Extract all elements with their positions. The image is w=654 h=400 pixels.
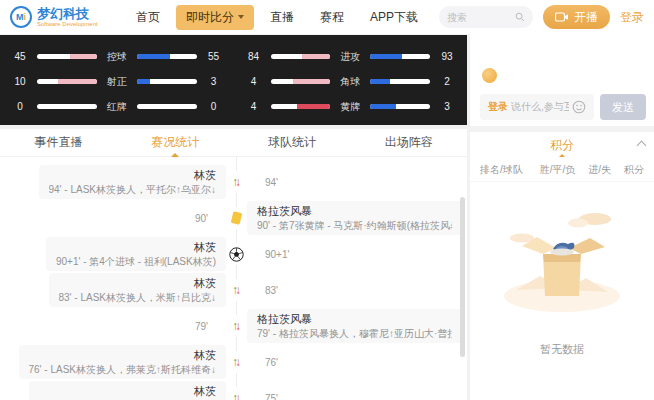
event-text: 90' - 第7张黄牌 - 马克斯·约翰斯顿(格拉茨风暴): [257, 219, 452, 233]
nav-item-label: 直播: [270, 9, 294, 26]
event-time: 90': [195, 213, 208, 224]
logo-subtext: Software Development: [37, 21, 98, 27]
event-left-cell: 林茨 83' - LASK林茨换人，米斯↑吕比克↓: [0, 273, 226, 307]
stat-label: 黄牌: [337, 100, 363, 114]
page: Mi 梦幻科技 Software Development 首页 即时比分 直播 …: [0, 0, 654, 400]
standings-header-row: 排名/球队胜/平/负进/失积分: [470, 158, 654, 182]
event-left-cell: 林茨 75' - LASK林茨换人，乌贾尔↑穆斯塔法↓: [0, 381, 226, 400]
event-card: 林茨 94' - LASK林茨换人，平托尔↑乌亚尔↓: [39, 165, 227, 199]
event-left-cell: 林茨 94' - LASK林茨换人，平托尔↑乌亚尔↓: [0, 165, 226, 199]
nav-item-live-score[interactable]: 即时比分: [176, 5, 254, 30]
logo-text: 梦幻科技: [37, 7, 98, 21]
event-team: 格拉茨风暴: [257, 312, 452, 327]
stat-label: 角球: [337, 75, 363, 89]
home-stat-bar: [271, 54, 331, 59]
empty-state-text: 暂无数据: [540, 342, 584, 357]
stat-row: 84 进攻 93: [244, 50, 458, 63]
navbar-right: 开播 登录: [439, 5, 644, 29]
home-stat-value: 45: [10, 51, 30, 62]
search-box[interactable]: [439, 6, 533, 28]
home-stat-bar: [271, 79, 331, 84]
collapse-chevron-icon[interactable]: [637, 141, 647, 151]
tab-label: 球队统计: [268, 134, 316, 151]
logo[interactable]: Mi 梦幻科技 Software Development: [10, 6, 118, 28]
stat-group-right: 84 进攻 93 4 角球 2 4 黄牌 3: [244, 50, 458, 113]
substitution-icon: ↑↓: [232, 391, 241, 400]
away-stat-bar: [370, 79, 430, 84]
home-stat-bar: [37, 104, 97, 109]
stat-row: 45 控球 55: [10, 50, 224, 63]
goal-icon: [229, 247, 244, 262]
event-time: 83': [265, 285, 278, 296]
tab-team-stats[interactable]: 球队统计: [234, 129, 351, 156]
event-time: 90+1': [265, 249, 289, 260]
content: 45 控球 55 10 射正 3 0 红牌 0 84 进攻 93 4 角球 2 …: [0, 34, 654, 400]
event-text: 79' - 格拉茨风暴换人，穆霍尼↑亚历山大·普拉斯↓: [257, 327, 452, 341]
away-stat-bar: [137, 54, 197, 59]
timeline-event: 林茨 83' - LASK林茨换人，米斯↑吕比克↓ ↑↓ 83': [0, 272, 467, 308]
away-stat-value: 2: [437, 76, 457, 87]
main-nav: 首页 即时比分 直播 赛程 APP下载: [126, 5, 428, 30]
timeline-event: 林茨 75' - LASK林茨换人，乌贾尔↑穆斯塔法↓ ↑↓ 75': [0, 380, 467, 400]
away-stat-value: 3: [437, 101, 457, 112]
standings-panel: 积分 排名/球队胜/平/负进/失积分: [470, 132, 654, 400]
start-broadcast-label: 开播: [574, 9, 598, 26]
stat-row: 4 角球 2: [244, 75, 458, 88]
home-stat-value: 4: [244, 76, 264, 87]
home-stat-bar: [37, 79, 97, 84]
content-tabs: 事件直播 赛况统计 球队统计 出场阵容: [0, 129, 467, 157]
nav-item-schedule[interactable]: 赛程: [310, 5, 354, 30]
event-center-cell: ↑↓: [226, 387, 247, 400]
event-time: 76': [265, 357, 278, 368]
timeline-event: 林茨 90+1' - 第4个进球 - 祖利(LASK林茨) 90+1': [0, 236, 467, 272]
scrollbar-thumb[interactable]: [460, 197, 465, 357]
emoji-badge-icon[interactable]: [482, 68, 497, 83]
chevron-down-icon: [238, 15, 244, 19]
event-center-cell: ↑↓: [226, 279, 247, 301]
event-center-cell: ↑↓: [226, 315, 247, 337]
search-input[interactable]: [447, 12, 511, 23]
standings-title[interactable]: 积分: [550, 137, 574, 154]
event-right-cell: 格拉茨风暴 79' - 格拉茨风暴换人，穆霍尼↑亚历山大·普拉斯↓: [247, 309, 467, 343]
event-team: 林茨: [29, 348, 217, 363]
event-right-cell: 75': [247, 393, 467, 400]
event-card: 格拉茨风暴 79' - 格拉茨风暴换人，穆霍尼↑亚历山大·普拉斯↓: [247, 309, 462, 343]
top-navbar: Mi 梦幻科技 Software Development 首页 即时比分 直播 …: [0, 0, 654, 34]
send-button[interactable]: 发送: [600, 94, 646, 120]
substitution-icon: ↑↓: [232, 283, 241, 297]
stat-group-left: 45 控球 55 10 射正 3 0 红牌 0: [10, 50, 224, 113]
chat-login-link[interactable]: 登录: [488, 100, 508, 114]
nav-item-home[interactable]: 首页: [126, 5, 170, 30]
event-center-cell: [226, 243, 247, 265]
start-broadcast-button[interactable]: 开播: [543, 5, 610, 29]
event-card: 林茨 90+1' - 第4个进球 - 祖利(LASK林茨): [46, 237, 226, 271]
tab-label: 赛况统计: [151, 134, 199, 151]
away-stat-value: 3: [204, 76, 224, 87]
tab-event-live[interactable]: 事件直播: [0, 129, 117, 156]
chat-input[interactable]: 登录 说什么,参与互动: [480, 94, 594, 120]
substitution-icon: ↑↓: [232, 175, 241, 189]
nav-item-label: APP下载: [370, 9, 418, 26]
stat-label: 控球: [104, 50, 130, 64]
event-center-cell: ↑↓: [226, 351, 247, 373]
nav-item-label: 即时比分: [186, 9, 234, 26]
stat-row: 10 射正 3: [10, 75, 224, 88]
caret-up-icon: [559, 154, 565, 157]
nav-item-app-download[interactable]: APP下载: [360, 5, 428, 30]
event-right-cell: 94': [247, 177, 467, 188]
stat-row: 0 红牌 0: [10, 100, 224, 113]
event-team: 林茨: [56, 240, 216, 255]
login-link[interactable]: 登录: [620, 9, 644, 26]
away-stat-bar: [370, 54, 430, 59]
nav-item-live[interactable]: 直播: [260, 5, 304, 30]
timeline-event: 79' ↑↓ 格拉茨风暴 79' - 格拉茨风暴换人，穆霍尼↑亚历山大·普拉斯↓: [0, 308, 467, 344]
standings-header: 进/失: [588, 163, 611, 177]
match-stats-panel: 45 控球 55 10 射正 3 0 红牌 0 84 进攻 93 4 角球 2 …: [0, 35, 467, 125]
event-timeline: 林茨 94' - LASK林茨换人，平托尔↑乌亚尔↓ ↑↓ 94' 90' 格拉…: [0, 157, 467, 400]
event-right-cell: 83': [247, 285, 467, 296]
timeline-event: 林茨 94' - LASK林茨换人，平托尔↑乌亚尔↓ ↑↓ 94': [0, 164, 467, 200]
tab-match-stats[interactable]: 赛况统计: [117, 129, 234, 156]
empty-box-illustration: [496, 202, 628, 320]
emoji-icon[interactable]: [572, 100, 586, 114]
tab-lineup[interactable]: 出场阵容: [350, 129, 467, 156]
